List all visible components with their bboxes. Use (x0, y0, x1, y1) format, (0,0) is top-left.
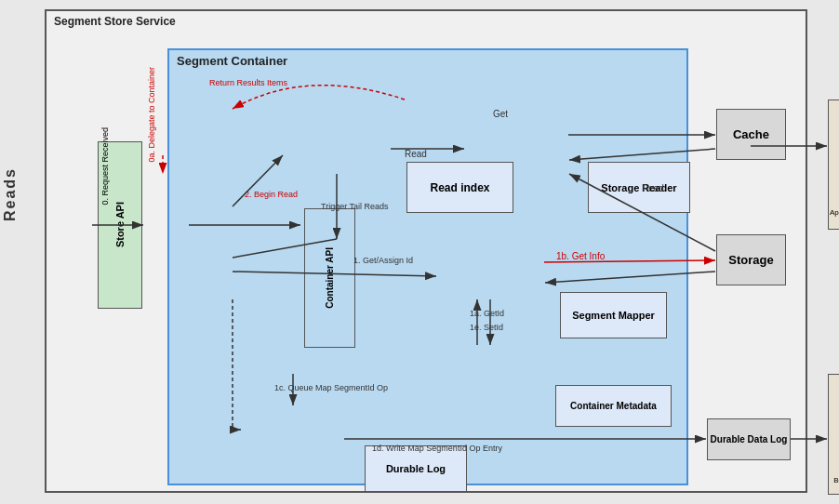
get-info-label: 1b. Get Info (556, 251, 605, 261)
container-metadata-label: Container Metadata (570, 401, 657, 411)
read2-label: Read (642, 183, 664, 193)
store-api-label: Store API (114, 202, 126, 247)
get-label: Get (493, 109, 508, 119)
get-assign-id-label: 1. Get/Assign Id (353, 256, 413, 265)
outer-container: Segment Store Service Store API Segment … (45, 9, 807, 493)
segment-container: Segment Container Container API Read ind… (167, 48, 688, 485)
write-map-label: 1d. Write Map SegmentId Op Entry (372, 444, 502, 453)
container-api-label: Container API (325, 247, 335, 309)
getid-label: 1a. GetId (470, 309, 504, 318)
request-received-label: 0. Request Received (100, 127, 110, 206)
storage-box: Storage (716, 234, 786, 285)
return-results-label: Return Results Items (209, 78, 287, 87)
trigger-tail-reads-label: Trigger Tail Reads (321, 202, 389, 211)
tier2-box: Tier 2 🪶 Apache HDFS (828, 99, 839, 230)
apache-hdfs-label: Apache HDFS (830, 208, 839, 218)
durable-data-log-box: Durable Data Log (707, 418, 791, 460)
read-index-label: Read index (430, 181, 489, 194)
cache-box: Cache (716, 109, 786, 160)
segment-mapper-box: Segment Mapper (560, 292, 667, 338)
begin-read-label: 2. Begin Read (245, 190, 298, 199)
read-index-box: Read index (406, 162, 513, 213)
container-metadata-box: Container Metadata (555, 385, 672, 427)
storage-label: Storage (728, 253, 773, 267)
durable-log-label: Durable Log (386, 463, 446, 474)
apache-bookkeeper-label: Apache Bookkeeper (829, 468, 839, 485)
delegate-label: 0a. Delegate to Container (147, 67, 156, 163)
segment-mapper-label: Segment Mapper (572, 310, 655, 321)
cache-label: Cache (733, 127, 769, 141)
queue-map-label: 1c. Queue Map SegmentId Op (274, 383, 388, 392)
setid-label: 1e. SetId (470, 323, 503, 332)
container-api-box: Container API (304, 208, 355, 348)
read-label: Read (405, 149, 427, 159)
tier1-box: Tier 1 📚 Apache Bookkeeper (828, 374, 839, 495)
storage-reader-box: Storage Reader (588, 162, 690, 213)
outer-title: Segment Store Service (54, 15, 176, 28)
segment-container-title: Segment Container (177, 54, 287, 68)
storage-reader-label: Storage Reader (601, 182, 676, 193)
durable-data-log-label: Durable Data Log (711, 434, 788, 444)
reads-label: Reads (2, 167, 19, 221)
